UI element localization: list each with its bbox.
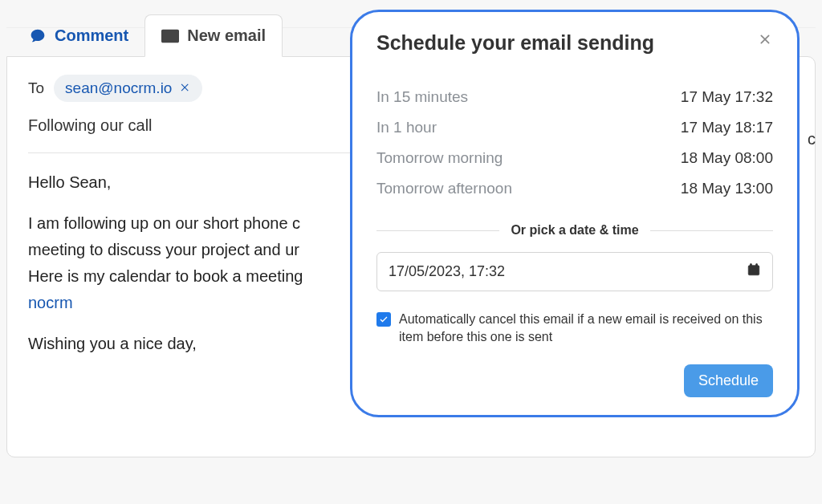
subject-field[interactable]: Following our call [28, 116, 381, 144]
recipient-email: sean@nocrm.io [65, 79, 172, 97]
quick-options: In 15 minutes 17 May 17:32 In 1 hour 17 … [376, 82, 773, 204]
svg-rect-2 [756, 264, 758, 267]
tab-comment[interactable]: Comment [13, 15, 144, 56]
tab-new-email[interactable]: New email [144, 14, 283, 57]
subject-text: Following our call [28, 116, 153, 134]
email-body[interactable]: Hello Sean, I am following up on our sho… [28, 169, 381, 357]
svg-rect-4 [753, 269, 757, 273]
auto-cancel-label: Automatically cancel this email if a new… [399, 311, 773, 347]
to-label: To [28, 79, 44, 97]
datetime-value: 17/05/2023, 17:32 [389, 263, 505, 280]
or-separator: Or pick a date & time [376, 223, 773, 238]
background-letter: c [808, 130, 816, 148]
comment-icon [29, 28, 47, 44]
schedule-button[interactable]: Schedule [684, 364, 773, 397]
option-tomorrow-afternoon[interactable]: Tomorrow afternoon 18 May 13:00 [376, 173, 773, 204]
body-paragraph: I am following up on our short phone c m… [28, 210, 381, 316]
remove-recipient-icon[interactable] [180, 79, 191, 97]
schedule-popover: Schedule your email sending In 15 minute… [350, 10, 800, 417]
option-15-min[interactable]: In 15 minutes 17 May 17:32 [376, 82, 773, 112]
calendar-link[interactable]: nocrm [28, 294, 73, 311]
calendar-icon [747, 262, 761, 281]
tab-comment-label: Comment [55, 26, 128, 45]
tabs: Comment New email [0, 14, 822, 56]
recipient-chip[interactable]: sean@nocrm.io [54, 75, 202, 102]
divider [28, 152, 381, 153]
body-signoff: Wishing you a nice day, [28, 331, 381, 357]
datetime-input[interactable]: 17/05/2023, 17:32 [376, 252, 773, 291]
option-1-hour[interactable]: In 1 hour 17 May 18:17 [376, 112, 773, 143]
auto-cancel-checkbox[interactable] [376, 312, 391, 327]
body-greeting: Hello Sean, [28, 169, 381, 196]
auto-cancel-row[interactable]: Automatically cancel this email if a new… [376, 311, 773, 347]
svg-rect-1 [751, 264, 752, 267]
option-tomorrow-morning[interactable]: Tomorrow morning 18 May 08:00 [376, 143, 773, 173]
envelope-icon [161, 29, 179, 43]
tab-new-email-label: New email [187, 26, 266, 45]
to-row: To sean@nocrm.io [28, 75, 381, 102]
